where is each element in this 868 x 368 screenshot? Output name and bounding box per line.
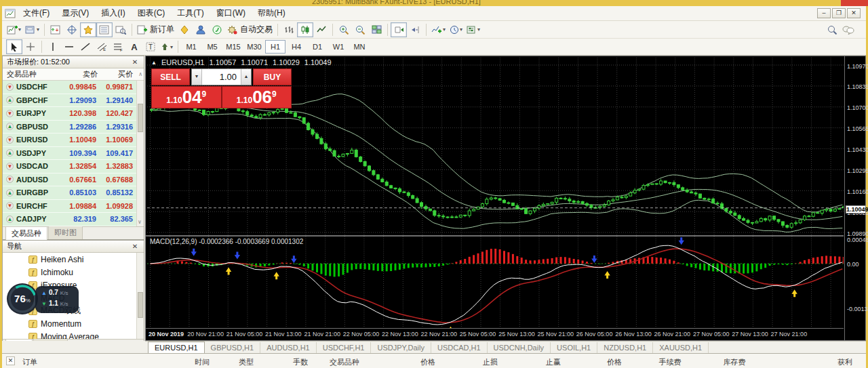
cursor-button[interactable] (6, 39, 22, 54)
vertical-line-button[interactable] (45, 39, 61, 54)
market-watch-tab[interactable]: 交易品种 (5, 226, 47, 240)
chat-icon[interactable] (840, 22, 856, 37)
timeframe-h4[interactable]: H4 (286, 40, 307, 54)
navigator-item-momentum[interactable]: ƒMomentum (3, 317, 144, 330)
time-axis[interactable]: 20 Nov 201920 Nov 21:0021 Nov 05:0021 No… (147, 329, 844, 340)
terminal-column-2[interactable]: 类型 (239, 357, 254, 367)
periods-button[interactable]: ▾ (448, 22, 465, 37)
arrows-button[interactable]: ▾ (159, 39, 175, 54)
chart-tab-usdchf-h1[interactable]: USDCHF,H1 (317, 342, 372, 353)
volume-increase-button[interactable]: ▲ (241, 69, 251, 85)
templates-button[interactable]: ▾ (465, 22, 482, 37)
terminal-column-7[interactable]: 止赢 (546, 357, 561, 367)
menu-item-5[interactable]: 窗口(W) (210, 6, 252, 20)
menu-item-3[interactable]: 图表(C) (132, 6, 172, 20)
navigator-scrollbar[interactable] (136, 253, 144, 339)
market-watch-row-audusd[interactable]: ▼AUDUSD0.676610.67688 (3, 173, 144, 187)
navigator-item-heiken-ashi[interactable]: ƒHeiken Ashi (3, 253, 144, 266)
menu-item-1[interactable]: 显示(V) (56, 6, 95, 20)
strategy-tester-toggle[interactable] (113, 22, 129, 37)
tile-windows-button[interactable] (368, 22, 384, 37)
terminal-column-10[interactable]: 库存费 (724, 357, 746, 367)
volume-value[interactable]: 1.00 (202, 72, 241, 82)
app-close-button[interactable] (841, 0, 868, 6)
chart-tab-audusd-h1[interactable]: AUDUSD,H1 (260, 342, 317, 353)
metaeditor-button[interactable] (176, 22, 193, 37)
price-axis[interactable]: 1.109701.108351.107001.105651.104301.102… (844, 56, 865, 340)
market-watch-row-cadjpy[interactable]: ▲CADJPY82.31982.365 (3, 213, 144, 226)
terminal-column-5[interactable]: 价格 (420, 357, 435, 367)
timeframe-w1[interactable]: W1 (328, 40, 349, 54)
indicators-button[interactable]: ▾ (429, 22, 448, 37)
menu-item-2[interactable]: 插入(I) (95, 6, 131, 20)
market-watch-row-eurusd[interactable]: ▼EURUSD1.100491.10069 (3, 134, 144, 147)
timeframe-mn[interactable]: MN (349, 40, 370, 54)
market-watch-row-usdcad[interactable]: ▼USDCAD1.328541.32883 (3, 160, 144, 173)
terminal-column-1[interactable]: 时间 (195, 357, 210, 367)
equidistant-channel-button[interactable]: E (94, 39, 110, 54)
navigator-toggle[interactable] (80, 22, 96, 37)
community-button[interactable] (193, 22, 209, 37)
navigator-item-macd双线[interactable]: ƒMACD双线 (3, 304, 144, 317)
terminal-column-11[interactable]: 获利 (837, 357, 852, 367)
navigator-item-iexposure[interactable]: ƒiExposure (3, 279, 144, 291)
chart-tab-usoil-h1[interactable]: USOIL,H1 (551, 342, 597, 353)
chart-shift-button[interactable] (407, 22, 423, 37)
terminal-toggle[interactable] (96, 22, 113, 37)
market-watch-row-gbpusd[interactable]: ▲GBPUSD1.292861.29316 (3, 121, 144, 134)
window-button-restore[interactable]: ❐ (832, 8, 846, 18)
scroll-up-icon[interactable]: ∧ (138, 71, 142, 77)
auto-scroll-button[interactable] (391, 22, 407, 37)
timeframe-m30[interactable]: M30 (244, 40, 264, 54)
timeframe-d1[interactable]: D1 (307, 40, 328, 54)
navigator-item-macd[interactable]: ƒMACD (3, 291, 144, 304)
market-watch-row-eurchf[interactable]: ▼EURCHF1.098841.09928 (3, 200, 144, 213)
new-order-button[interactable]: 新订单 (135, 22, 176, 37)
chart-tab-xauusd-h1[interactable]: XAUUSD,H1 (653, 342, 709, 353)
market-watch-row-eurgbp[interactable]: ▲EURGBP0.851030.85132 (3, 186, 144, 200)
terminal-column-0[interactable]: 订单 (22, 357, 37, 367)
trendline-button[interactable] (77, 39, 94, 54)
line-chart-type-button[interactable] (313, 22, 330, 37)
timeframe-m15[interactable]: M15 (223, 40, 243, 54)
market-watch-row-usdjpy[interactable]: ▲USDJPY109.394109.417 (3, 147, 144, 161)
window-button-minimize[interactable]: – (817, 8, 831, 18)
profiles-button[interactable]: ▾ (23, 22, 41, 37)
sounds-button[interactable] (209, 22, 225, 37)
chart-tab-usdcad-h1[interactable]: USDCAD,H1 (431, 342, 488, 353)
fibonacci-button[interactable]: F (110, 39, 126, 54)
chart-tab-usdjpy-daily[interactable]: USDJPY,Daily (371, 342, 431, 353)
text-button[interactable]: A (126, 39, 142, 54)
market-watch-row-eurjpy[interactable]: ▼EURJPY120.398120.427 (3, 107, 144, 121)
terminal-column-6[interactable]: 止损 (483, 357, 498, 367)
timeframe-m1[interactable]: M1 (181, 40, 201, 54)
zoom-out-button[interactable] (352, 22, 368, 37)
buy-button[interactable]: BUY (253, 68, 292, 85)
data-window-toggle[interactable] (64, 22, 80, 37)
menu-item-6[interactable]: 帮助(H) (252, 6, 292, 20)
navigator-item-ichimoku[interactable]: ƒIchimoku (3, 266, 144, 279)
crosshair-button[interactable] (22, 39, 39, 54)
auto-trading-button[interactable]: 自动交易 (225, 22, 275, 37)
menu-item-0[interactable]: 文件(F) (17, 6, 56, 20)
new-chart-button[interactable]: ▾ (5, 22, 23, 37)
volume-decrease-button[interactable]: ▼ (192, 69, 202, 85)
chart-tab-usdcnh-daily[interactable]: USDCNH,Daily (488, 342, 551, 353)
sell-button[interactable]: SELL (151, 68, 190, 85)
horizontal-line-button[interactable] (61, 39, 77, 54)
menu-item-4[interactable]: 工具(T) (171, 6, 210, 20)
window-button-close[interactable]: ✕ (847, 8, 861, 18)
candlestick-type-button[interactable] (297, 22, 313, 37)
market-watch-row-gbpchf[interactable]: ▲GBPCHF1.290931.29140 (3, 94, 144, 108)
timeframe-m5[interactable]: M5 (202, 40, 222, 54)
navigator-close-icon[interactable]: ✕ (130, 243, 140, 250)
chart-window[interactable]: 20 Nov 201920 Nov 21:0021 Nov 05:0021 No… (145, 56, 866, 341)
scroll-down-icon[interactable]: ∨ (136, 219, 143, 225)
chart-tab-nzdusd-h1[interactable]: NZDUSD,H1 (597, 342, 653, 353)
terminal-close-icon[interactable]: ✕ (6, 356, 15, 365)
text-label-button[interactable]: T (142, 39, 159, 54)
search-icon[interactable] (824, 22, 840, 37)
market-watch-toggle[interactable] (47, 22, 64, 37)
market-watch-scrollbar[interactable] (136, 81, 144, 226)
chart-tab-gbpusd-h1[interactable]: GBPUSD,H1 (205, 342, 261, 353)
